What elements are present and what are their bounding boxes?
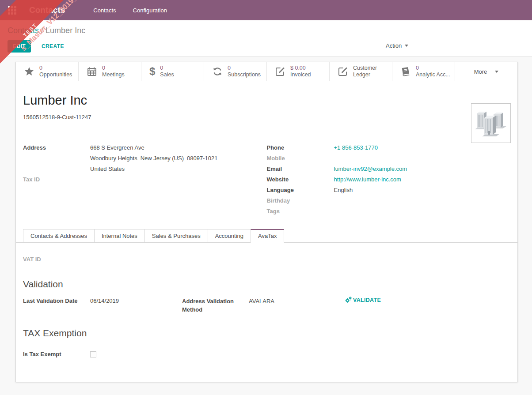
stat-subscriptions[interactable]: 0 Subscriptions [204,62,267,81]
caret-down-icon [405,45,408,49]
field-email: Email lumber-inv92@example.com [267,164,511,174]
field-column-right: Phone +1 856-853-1770 Mobile Email lumbe… [267,143,511,217]
stat-opportunities[interactable]: 0 Opportunities [16,62,79,81]
tab-contacts-addresses[interactable]: Contacts & Addresses [23,229,95,243]
menu-configuration[interactable]: Configuration [133,7,167,14]
field-mobile: Mobile [267,153,511,164]
record-reference: 1560512518-9-Cust-11247 [23,114,510,120]
action-dropdown[interactable]: Action [386,42,408,49]
field-tax-id: Tax ID [23,174,267,185]
address-zip: 08097-1021 [187,155,217,162]
field-birthday: Birthday [267,196,511,206]
field-address: Address 668 S Evergreen Ave Woodbury Hei… [23,143,267,174]
app-title: Contacts [29,5,65,15]
more-label: More [474,68,487,75]
address-label: Address [23,143,90,153]
address-city-line: Woodbury HeightsNew Jersey (US)08097-102… [90,153,217,164]
email-link[interactable]: lumber-inv92@example.com [334,164,407,174]
action-label: Action [386,42,402,49]
star-icon [24,66,34,77]
buildings-image [473,105,509,141]
create-button[interactable]: CREATE [39,43,67,50]
field-last-validation-date: Last Validation Date 06/14/2019 [23,296,182,314]
address-city: Woodbury Heights [90,155,137,162]
address-state: New Jersey (US) [141,155,184,162]
is-tax-exempt-checkbox[interactable] [90,351,96,357]
apps-menu-button[interactable] [8,6,16,15]
email-label: Email [267,164,334,174]
language-value: English [334,185,353,196]
field-language: Language English [267,185,511,196]
stat-label: Sales [160,71,174,78]
tax-id-label: Tax ID [23,174,90,185]
tab-internal-notes[interactable]: Internal Notes [94,229,145,243]
stat-label: Invoiced [290,71,311,78]
language-label: Language [267,185,334,196]
stat-label: Subscriptions [228,71,261,78]
last-validation-value: 06/14/2019 [90,296,119,314]
stat-meetings[interactable]: 0 Meetings [79,62,141,81]
field-tags: Tags [267,206,511,217]
dollar-icon: $ [149,66,155,77]
address-validation-label: Address Validation Method [182,296,249,314]
website-label: Website [267,174,334,185]
tab-accounting[interactable]: Accounting [208,229,251,243]
avatax-pane: VAT ID Validation Last Validation Date 0… [16,254,517,360]
stat-value: 0 [160,65,174,71]
birthday-label: Birthday [267,196,334,206]
validate-button[interactable]: VALIDATE [345,296,381,304]
calendar-icon [87,66,97,77]
breadcrumb-separator: / [41,26,43,35]
cogs-icon [345,296,352,304]
validation-section-title: Validation [23,279,510,290]
record-title: Lumber Inc [23,93,510,108]
notebook-tabs: Contacts & Addresses Internal Notes Sale… [16,229,517,243]
field-website: Website http://www.lumber-inc.com [267,174,511,185]
control-panel: Contacts / Lumber Inc EDIT CREATE Action [0,20,532,56]
top-menu: Contacts Configuration [93,7,167,14]
caret-down-icon [495,71,498,75]
stat-value: 0 [102,65,125,71]
mobile-label: Mobile [267,153,334,164]
top-navbar: Contacts Contacts Configuration [0,0,532,20]
field-column-left: Address 668 S Evergreen Ave Woodbury Hei… [23,143,267,217]
stat-label: Meetings [102,71,125,78]
edit-button[interactable]: EDIT [8,40,31,53]
pencil-square-icon [275,66,285,77]
address-country: United States [90,164,217,174]
breadcrumb-contacts[interactable]: Contacts [8,26,39,35]
stat-sales[interactable]: $ 0 Sales [141,62,204,81]
form-sheet: 0 Opportunities 0 Meetings $ 0 Sales [15,62,518,382]
field-grid: Address 668 S Evergreen Ave Woodbury Hei… [23,143,510,217]
stat-label: Customer Ledger [353,65,392,78]
phone-link[interactable]: +1 856-853-1770 [334,143,378,153]
stat-customer-ledger[interactable]: Customer Ledger [330,62,392,81]
address-value: 668 S Evergreen Ave Woodbury HeightsNew … [90,143,217,174]
breadcrumb-current: Lumber Inc [46,26,85,35]
stat-label: Analytic Acc... [416,71,450,78]
stat-value: 0 [416,65,450,71]
apps-grid-icon [8,6,16,15]
tags-label: Tags [267,206,334,217]
stat-invoiced[interactable]: $ 0.00 Invoiced [267,62,330,81]
validation-row: Last Validation Date 06/14/2019 Address … [23,296,510,314]
pencil-square-icon [338,66,348,77]
website-link[interactable]: http://www.lumber-inc.com [334,174,401,185]
stat-value: $ 0.00 [290,65,311,71]
field-vat-id: VAT ID [23,254,510,265]
phone-label: Phone [267,143,334,153]
is-tax-exempt-label: Is Tax Exempt [23,349,90,360]
tab-sales-purchases[interactable]: Sales & Purchases [144,229,208,243]
company-avatar [471,103,511,143]
stat-analytic-accounts[interactable]: 0 Analytic Acc... [392,62,455,81]
tab-avatax[interactable]: AvaTax [251,229,284,243]
stat-value: 0 [39,65,72,71]
refresh-icon [212,66,223,77]
stat-value: 0 [228,65,261,71]
validate-label: VALIDATE [353,297,381,303]
menu-contacts[interactable]: Contacts [93,7,116,14]
stat-more-dropdown[interactable]: More [455,62,517,81]
tax-exemption-section-title: TAX Exemption [23,328,510,339]
stat-button-bar: 0 Opportunities 0 Meetings $ 0 Sales [16,62,517,81]
last-validation-label: Last Validation Date [23,296,90,314]
